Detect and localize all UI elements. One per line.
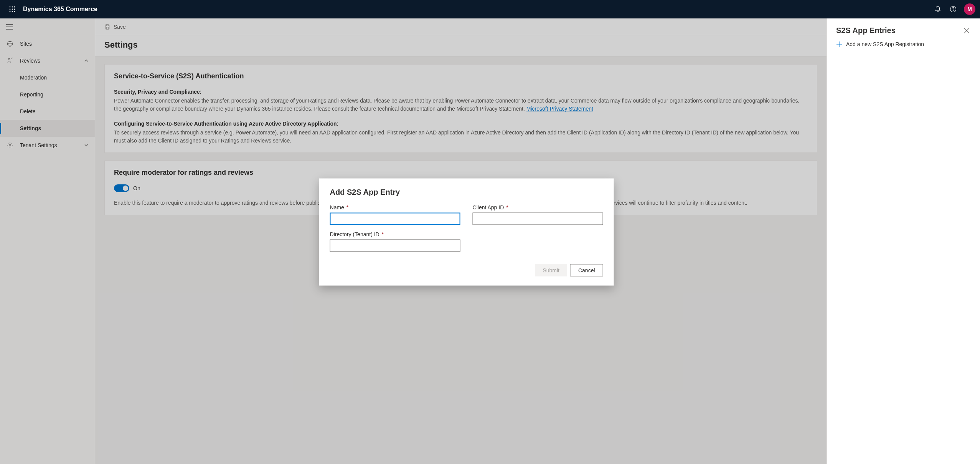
svg-point-10: [953, 10, 953, 11]
notifications-button[interactable]: [930, 0, 945, 18]
right-panel: S2S App Entries Add a new S2S App Regist…: [827, 18, 980, 464]
client-app-id-label: Client App ID *: [473, 204, 603, 210]
bell-icon: [934, 6, 941, 13]
svg-point-4: [12, 9, 13, 10]
tenant-id-label: Directory (Tenant) ID *: [330, 231, 460, 237]
cancel-button[interactable]: Cancel: [570, 264, 603, 277]
help-button[interactable]: [945, 0, 961, 18]
app-launcher-button[interactable]: [5, 6, 20, 12]
name-input[interactable]: [330, 213, 460, 225]
close-panel-button[interactable]: [962, 27, 971, 35]
svg-point-3: [10, 9, 11, 10]
svg-point-7: [12, 11, 13, 12]
close-icon: [964, 28, 969, 33]
add-entry-label: Add a new S2S App Registration: [846, 41, 924, 47]
topbar: Dynamics 365 Commerce M: [0, 0, 980, 18]
svg-point-1: [12, 7, 13, 8]
svg-point-5: [14, 9, 15, 10]
help-icon: [950, 6, 957, 13]
add-s2s-entry-button[interactable]: Add a new S2S App Registration: [836, 41, 971, 47]
submit-button[interactable]: Submit: [535, 264, 567, 277]
svg-point-8: [14, 11, 15, 12]
modal-title: Add S2S App Entry: [330, 188, 603, 197]
product-name: Dynamics 365 Commerce: [23, 6, 97, 13]
tenant-id-input[interactable]: [330, 240, 460, 252]
add-s2s-modal: Add S2S App Entry Name * Client App ID *…: [319, 179, 614, 286]
waffle-icon: [9, 6, 15, 12]
avatar[interactable]: M: [964, 3, 975, 15]
right-panel-title: S2S App Entries: [836, 26, 896, 35]
name-label: Name *: [330, 204, 460, 210]
client-app-id-input[interactable]: [473, 213, 603, 225]
svg-point-2: [14, 7, 15, 8]
svg-point-6: [10, 11, 11, 12]
svg-point-0: [10, 7, 11, 8]
plus-icon: [836, 41, 842, 47]
